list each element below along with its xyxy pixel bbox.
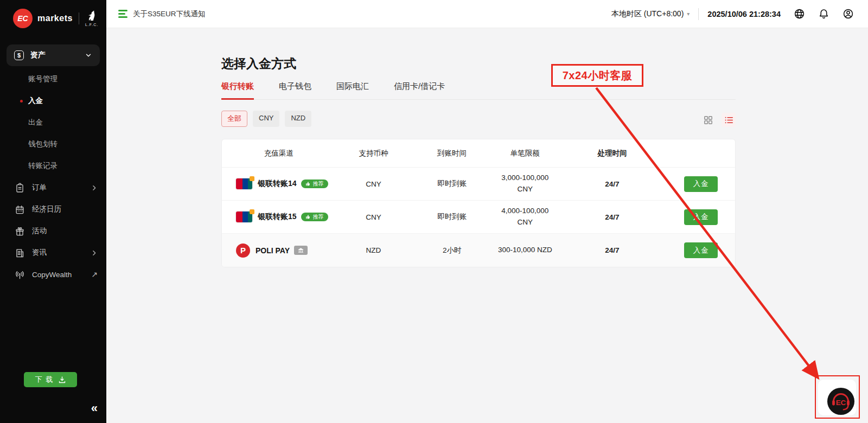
user-account-icon[interactable] — [843, 8, 854, 20]
headset-earpiece-icon — [832, 400, 835, 406]
channel-cell: 银联转账14 推荐 — [222, 178, 336, 189]
gift-icon — [15, 226, 25, 236]
table-row: P POLI PAY NZD 2小时 300-10,000 NZD 24/7 入… — [222, 234, 735, 267]
unionpay-icon — [236, 211, 252, 222]
limit-unit: CNY — [493, 184, 558, 195]
grid-view-icon[interactable] — [701, 113, 715, 127]
header-channel: 充值渠道 — [222, 149, 336, 158]
sidebar-item-account-management[interactable]: 账号管理 — [0, 68, 106, 90]
table-header: 充值渠道 支持币种 到账时间 单笔限额 处理时间 — [222, 139, 735, 168]
currency-cell: NZD — [336, 246, 412, 254]
customer-service-chat-button[interactable]: EC — [827, 387, 855, 415]
action-cell: 入金 — [667, 176, 735, 192]
currency-filters: 全部 CNY NZD — [221, 111, 311, 127]
brand-logo: EC markets L.F.C. — [0, 0, 106, 36]
sidebar-group-label: 资产 — [30, 50, 46, 60]
tab-e-wallet[interactable]: 电子钱包 — [279, 81, 311, 100]
hours-cell: 24/7 — [558, 213, 667, 221]
limit-cell: 300-10,000 NZD — [493, 245, 558, 256]
sidebar-item-withdraw[interactable]: 出金 — [0, 112, 106, 133]
sidebar-item-label: 经济日历 — [32, 204, 61, 214]
announcement-link[interactable]: 关于S35EUR下线通知 — [133, 9, 206, 19]
collapse-sidebar-button[interactable]: « — [91, 402, 98, 414]
poli-pay-icon: P — [236, 243, 250, 258]
thumbs-up-icon — [305, 181, 311, 187]
header-currency: 支持币种 — [336, 149, 412, 158]
table-row: 银联转账15 推荐 CNY 即时到账 4,000-100,000CNY 24/7… — [222, 201, 735, 234]
notification-bell-icon[interactable] — [818, 8, 829, 20]
sidebar-item-orders[interactable]: 订单 — [0, 177, 106, 198]
view-toggles — [701, 113, 736, 127]
broadcast-icon — [15, 270, 25, 280]
deposit-button[interactable]: 入金 — [684, 209, 718, 225]
sidebar-item-wallet-transfer[interactable]: 钱包划转 — [0, 133, 106, 155]
badge-label: 推荐 — [313, 214, 324, 220]
limit-amount: 3,000-100,000 — [493, 172, 558, 184]
caret-down-icon: ▾ — [687, 11, 690, 17]
ec-logo-icon: EC — [13, 9, 33, 28]
sidebar-item-label: 入金 — [28, 96, 43, 106]
limit-cell: 3,000-100,000CNY — [493, 172, 558, 195]
hours-cell: 24/7 — [558, 180, 667, 188]
sidebar-item-label: 转账记录 — [28, 161, 58, 171]
filter-nzd[interactable]: NZD — [285, 111, 311, 127]
calendar-icon — [15, 204, 25, 215]
chat-logo-text: EC — [836, 399, 846, 407]
filter-cny[interactable]: CNY — [253, 111, 279, 127]
external-link-icon: ↗ — [91, 270, 98, 279]
header-arrival: 到账时间 — [411, 149, 493, 158]
limit-amount: 300-10,000 NZD — [493, 245, 558, 256]
arrival-cell: 即时到账 — [411, 179, 493, 189]
hot-corner-icon — [250, 176, 254, 181]
download-button[interactable]: 下载 — [24, 372, 77, 387]
sidebar-item-deposit[interactable]: 入金 — [0, 90, 106, 112]
sidebar-item-copywealth[interactable]: CopyWealth ↗ — [0, 264, 106, 285]
chevron-right-icon — [91, 249, 98, 257]
sidebar-group-assets[interactable]: $ 资产 — [7, 44, 100, 66]
download-label: 下载 — [35, 375, 57, 384]
tab-bank-transfer[interactable]: 银行转账 — [221, 81, 254, 100]
brand-name: markets — [37, 14, 73, 23]
timezone-label: 本地时区 (UTC+8:00) — [611, 9, 684, 19]
language-globe-icon[interactable] — [794, 8, 805, 20]
limit-unit: CNY — [493, 217, 558, 228]
sidebar-item-label: 活动 — [32, 226, 47, 236]
channel-cell: 银联转账15 推荐 — [222, 211, 336, 222]
news-icon — [15, 248, 25, 258]
announcement-menu-icon[interactable] — [118, 10, 127, 18]
logo-divider — [79, 12, 79, 24]
channel-cell: P POLI PAY — [222, 243, 336, 258]
lfc-label: L.F.C. — [85, 23, 98, 27]
list-view-icon[interactable] — [722, 113, 736, 127]
channel-name: 银联转账14 — [258, 179, 297, 189]
recommend-badge: 推荐 — [301, 213, 328, 221]
sidebar-item-label: 出金 — [28, 118, 43, 127]
sidebar-item-economic-calendar[interactable]: 经济日历 — [0, 198, 106, 220]
sidebar-item-transfer-record[interactable]: 转账记录 — [0, 155, 106, 177]
lfc-logo: L.F.C. — [85, 10, 98, 27]
timezone-selector[interactable]: 本地时区 (UTC+8:00) ▾ — [611, 9, 690, 19]
page-title: 选择入金方式 — [221, 55, 296, 72]
topbar-divider — [698, 8, 699, 20]
arrival-cell: 2小时 — [411, 246, 493, 255]
limit-amount: 4,000-100,000 — [493, 206, 558, 217]
hours-cell: 24/7 — [558, 246, 667, 254]
sidebar-item-promotions[interactable]: 活动 — [0, 220, 106, 242]
chat-widget-card: EC — [818, 380, 856, 415]
annotation-support-label: 7x24小时客服 — [551, 64, 643, 87]
datetime-label: 2025/10/06 21:28:34 — [707, 10, 781, 18]
tab-credit-debit-card[interactable]: 信用卡/借记卡 — [394, 81, 445, 100]
deposit-button[interactable]: 入金 — [684, 242, 718, 258]
tab-international-wire[interactable]: 国际电汇 — [336, 81, 369, 100]
unionpay-icon — [236, 178, 252, 189]
filter-all[interactable]: 全部 — [221, 111, 247, 127]
download-icon — [58, 376, 66, 384]
active-dot-icon — [20, 100, 23, 102]
recommend-badge: 推荐 — [301, 180, 328, 188]
deposit-method-tabs: 银行转账 电子钱包 国际电汇 信用卡/借记卡 — [221, 81, 736, 100]
sidebar-item-news[interactable]: 资讯 — [0, 242, 106, 264]
header-hours: 处理时间 — [558, 149, 667, 158]
sidebar-item-label: 钱包划转 — [28, 139, 58, 149]
deposit-button[interactable]: 入金 — [684, 176, 718, 192]
sidebar: EC markets L.F.C. $ 资产 账号管理 入金 出金 钱包划转 转… — [0, 0, 106, 423]
